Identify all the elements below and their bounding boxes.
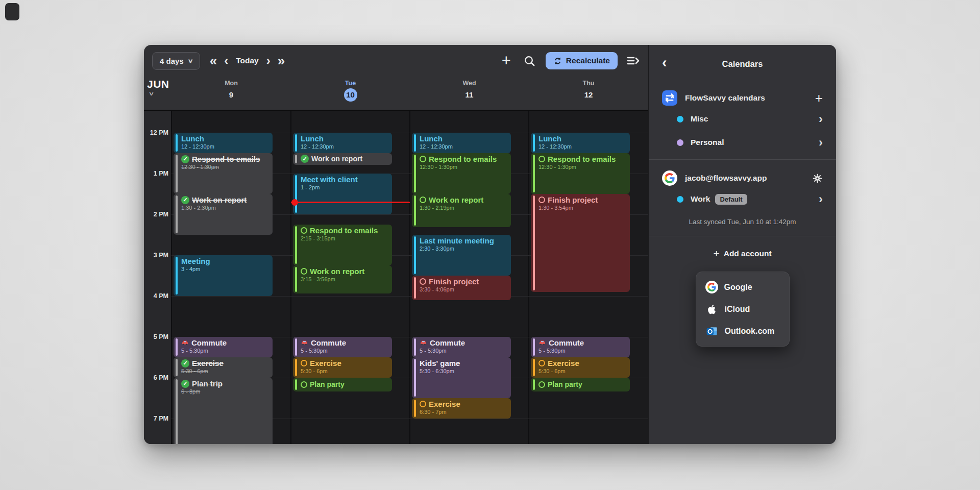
calendar-event[interactable]: Plan party <box>293 378 392 391</box>
calendar-event[interactable]: Work on report1:30 - 2:19pm <box>412 194 511 227</box>
event-title: Commute <box>430 338 465 347</box>
event-time: 6:30 - 7pm <box>420 409 508 415</box>
event-title: Respond to emails <box>429 155 497 163</box>
calendar-event[interactable]: Finish project1:30 - 3:54pm <box>531 194 630 292</box>
event-color-bar <box>414 236 416 274</box>
add-account-option[interactable]: Google <box>696 276 789 298</box>
calendar-event[interactable]: Commute5 - 5:30pm <box>174 337 273 357</box>
day-header-row: JUN ∨ Mon9Tue10Wed11Thu12 <box>144 77 648 111</box>
view-selector-dropdown[interactable]: 4 days ∨ <box>152 52 200 70</box>
day-number-label: 10 <box>344 88 357 102</box>
event-title: Finish project <box>548 195 598 204</box>
event-title: Respond to emails <box>192 155 260 163</box>
flowsavvy-calendars-row[interactable]: FlowSavvy calendars + <box>649 89 836 107</box>
calendar-event[interactable]: Lunch12 - 12:30pm <box>293 133 392 153</box>
open-circle-icon <box>420 278 426 285</box>
calendar-event[interactable]: Last minute meeting2:30 - 3:30pm <box>412 235 511 276</box>
last-synced-text: Last synced Tue, Jun 10 at 1:42pm <box>649 218 836 226</box>
calendar-event[interactable]: Work on report3:15 - 3:56pm <box>293 265 392 293</box>
sidebar-calendar-item[interactable]: Misc› <box>649 107 836 131</box>
day-header-cell[interactable]: Thu12 <box>529 80 648 102</box>
day-header-cell[interactable]: Tue10 <box>291 80 410 102</box>
calendar-event[interactable]: Respond to emails2:15 - 3:15pm <box>293 225 392 265</box>
check-icon: ✓ <box>181 380 189 388</box>
calendar-event[interactable]: Respond to emails12:30 - 1:30pm <box>531 153 630 194</box>
prev-day-button[interactable]: ‹ <box>220 55 232 67</box>
recalculate-button[interactable]: Recalculate <box>546 52 618 69</box>
back-icon[interactable]: ‹ <box>662 55 667 70</box>
account-calendar-item[interactable]: WorkDefault› <box>649 187 836 211</box>
event-title: Last minute meeting <box>420 236 494 245</box>
event-color-bar <box>533 155 535 192</box>
event-color-bar <box>295 267 297 292</box>
calendar-event[interactable]: ✓Work on report <box>293 153 392 165</box>
next-day-button[interactable]: › <box>263 55 274 67</box>
event-color-bar <box>176 155 178 192</box>
calendar-event[interactable]: Kids' game5:30 - 6:30pm <box>412 357 511 398</box>
calendar-event[interactable]: Exercise5:30 - 6pm <box>531 357 630 378</box>
next-week-button[interactable]: » <box>274 54 288 67</box>
calendar-event[interactable]: ✓Respond to emails12:30 - 1:30pm <box>174 153 273 194</box>
event-title: Work on report <box>192 195 247 204</box>
calendar-event[interactable]: Lunch12 - 12:30pm <box>531 133 630 153</box>
event-color-bar <box>414 134 416 152</box>
event-time: 5:30 - 6pm <box>181 368 270 374</box>
calendar-item-label: Personal <box>691 138 819 147</box>
calendar-event[interactable]: Meeting3 - 4pm <box>174 255 273 296</box>
calendar-event[interactable]: Lunch12 - 12:30pm <box>174 133 273 153</box>
event-color-bar <box>533 338 535 356</box>
open-circle-icon <box>538 360 545 366</box>
event-title: Plan trip <box>192 379 223 388</box>
event-title: Work on report <box>429 195 483 204</box>
panel-toggle-icon[interactable] <box>626 53 641 68</box>
search-icon[interactable] <box>522 53 537 68</box>
add-account-button[interactable]: + Add account <box>649 248 836 260</box>
car-icon <box>538 339 546 347</box>
calendar-event[interactable]: Meet with client1 - 2pm <box>293 174 392 214</box>
calendar-event[interactable]: Plan party <box>531 378 630 391</box>
calendar-event[interactable]: Commute5 - 5:30pm <box>293 337 392 357</box>
calendar-event[interactable]: ✓Plan trip6 - 8pm <box>174 378 273 444</box>
calendar-event[interactable]: Respond to emails12:30 - 1:30pm <box>412 153 511 194</box>
prev-week-button[interactable]: « <box>206 54 220 67</box>
add-event-button[interactable]: + <box>499 53 514 68</box>
event-time: 12:30 - 1:30pm <box>181 164 270 170</box>
add-calendar-button[interactable]: + <box>815 91 823 105</box>
calendar-event[interactable]: Exercise6:30 - 7pm <box>412 398 511 419</box>
calendar-event[interactable]: Commute5 - 5:30pm <box>412 337 511 357</box>
current-time-line <box>291 202 410 203</box>
today-button[interactable]: Today <box>232 56 263 65</box>
chevron-right-icon[interactable]: › <box>819 113 823 125</box>
add-account-option[interactable]: Outlook.com <box>696 320 789 342</box>
sidebar-header: ‹ Calendars <box>649 56 836 71</box>
sidebar-calendar-item[interactable]: Personal› <box>649 131 836 154</box>
calendar-event[interactable]: Exercise5:30 - 6pm <box>293 357 392 378</box>
calendar-event[interactable]: ✓Exercise5:30 - 6pm <box>174 357 273 378</box>
event-title-row: Commute <box>181 338 270 347</box>
gear-icon[interactable] <box>812 173 823 184</box>
event-color-bar <box>176 359 178 376</box>
chevron-right-icon[interactable]: › <box>819 193 823 205</box>
calendar-event[interactable]: ✓Work on report1:30 - 2:30pm <box>174 194 273 235</box>
calendar-event[interactable]: Commute5 - 5:30pm <box>531 337 630 357</box>
calendar-event[interactable]: Lunch12 - 12:30pm <box>412 133 511 153</box>
calendar-item-label: Misc <box>691 114 819 124</box>
event-title-row: Commute <box>538 338 627 347</box>
add-account-option[interactable]: iCloud <box>696 298 789 320</box>
event-title-row: Work on report <box>420 195 508 204</box>
account-row[interactable]: jacob@flowsavvy.app <box>649 169 836 187</box>
event-title: Kids' game <box>420 359 460 368</box>
chevron-right-icon[interactable]: › <box>819 136 823 149</box>
day-header-cell[interactable]: Wed11 <box>410 80 529 102</box>
calendar-event[interactable]: Finish project3:30 - 4:06pm <box>412 276 511 300</box>
recalculate-label: Recalculate <box>566 56 610 65</box>
open-circle-icon <box>420 401 426 407</box>
column-divider <box>409 111 410 444</box>
event-title: Exercise <box>429 400 460 408</box>
divider <box>649 159 836 160</box>
plus-icon: + <box>713 248 719 260</box>
time-gutter <box>144 111 172 444</box>
event-title-row: Lunch <box>538 134 627 143</box>
day-header-cell[interactable]: Mon9 <box>172 80 291 102</box>
event-title-row: Lunch <box>181 134 270 143</box>
